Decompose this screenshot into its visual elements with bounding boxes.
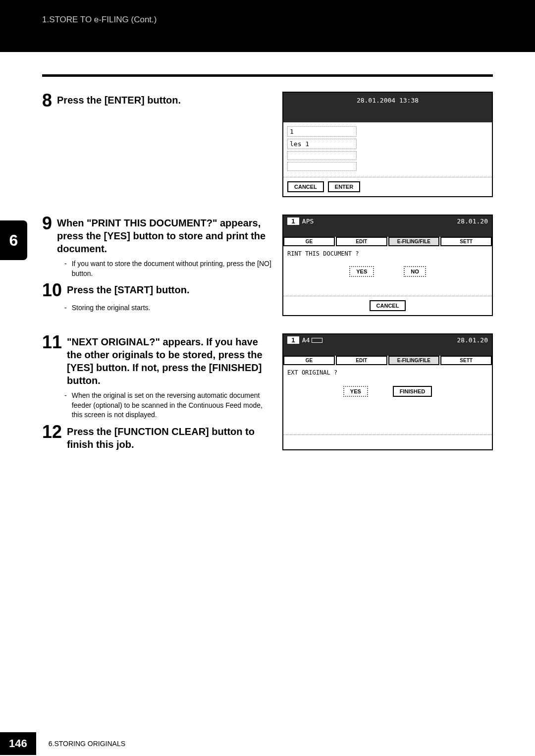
step-number: 11 <box>42 333 62 351</box>
tab-edit[interactable]: EDIT <box>336 237 387 246</box>
lcd-badge: 1 <box>287 217 299 225</box>
step-title: "NEXT ORIGINAL?" appears. If you have th… <box>67 333 272 387</box>
lcd-field: les 1 <box>287 139 357 149</box>
step-title: Press the [FUNCTION CLEAR] button to fin… <box>67 423 272 451</box>
step-title: Press the [ENTER] button. <box>57 92 181 107</box>
lcd-datetime: 28.01.2004 13:38 <box>357 97 419 104</box>
lcd-tabs: GE EDIT E-FILING/FILE SETT <box>283 237 492 246</box>
divider-rule <box>42 74 493 77</box>
lcd-header: 1 A4 28.01.20 <box>283 334 492 346</box>
lcd-field: 1 <box>287 126 357 137</box>
bullet-text: When the original is set on the reversin… <box>72 391 272 420</box>
step-title: Press the [START] button. <box>67 281 189 296</box>
bullet-text: Storing the original starts. <box>72 303 151 313</box>
screenshot-next-original: 1 A4 28.01.20 GE EDIT E-FILING/FILE SETT… <box>282 333 493 450</box>
footer-chapter: 6.STORING ORIGINALS <box>49 740 125 748</box>
header-bar: 1.STORE TO e-FILING (Cont.) <box>0 0 535 52</box>
bullet-dash: - <box>64 391 67 420</box>
step-11-12: 11 "NEXT ORIGINAL?" appears. If you have… <box>42 333 493 451</box>
yes-button[interactable]: YES <box>343 386 368 397</box>
tab-sett[interactable]: SETT <box>440 237 492 246</box>
bullet-dash: - <box>64 303 67 313</box>
step-bullet: - Storing the original starts. <box>64 303 272 313</box>
lcd-date: 28.01.20 <box>457 336 488 344</box>
cancel-button[interactable]: CANCEL <box>287 181 324 192</box>
step-bullet: - If you want to store the document with… <box>64 259 272 278</box>
breadcrumb: 1.STORE TO e-FILING (Cont.) <box>42 15 157 24</box>
tab-sett[interactable]: SETT <box>440 356 492 365</box>
bullet-dash: - <box>64 259 67 278</box>
step-bullet: - When the original is set on the revers… <box>64 391 272 420</box>
no-button[interactable]: NO <box>404 266 426 277</box>
finished-button[interactable]: FINISHED <box>393 386 432 397</box>
lcd-header: 28.01.2004 13:38 <box>283 93 492 122</box>
enter-button[interactable]: ENTER <box>328 181 360 192</box>
yes-button[interactable]: YES <box>349 266 374 277</box>
step-8: 8 Press the [ENTER] button. 28.01.2004 1… <box>42 92 493 197</box>
tab-ge[interactable]: GE <box>283 356 335 365</box>
step-number: 8 <box>42 92 52 109</box>
lcd-header: 1 APS 28.01.20 <box>283 216 492 227</box>
paper-icon <box>312 338 322 343</box>
tab-efiling[interactable]: E-FILING/FILE <box>388 356 440 365</box>
step-number: 12 <box>42 423 62 441</box>
lcd-field <box>287 151 357 160</box>
lcd-prompt: EXT ORIGINAL ? <box>287 369 488 376</box>
screenshot-enter: 28.01.2004 13:38 1 les 1 CANCEL ENTER <box>282 92 493 197</box>
content-area: 8 Press the [ENTER] button. 28.01.2004 1… <box>0 52 535 451</box>
step-number: 10 <box>42 281 62 299</box>
step-number: 9 <box>42 215 52 232</box>
bullet-text: If you want to store the document withou… <box>72 259 272 278</box>
page-footer: 146 6.STORING ORIGINALS <box>0 731 535 756</box>
lcd-date: 28.01.20 <box>457 217 488 225</box>
page-number: 146 <box>0 732 36 755</box>
tab-ge[interactable]: GE <box>283 237 335 246</box>
step-9-10: 9 When "PRINT THIS DOCUMENT?" appears, p… <box>42 215 493 316</box>
tab-efiling[interactable]: E-FILING/FILE <box>388 237 440 246</box>
cancel-button[interactable]: CANCEL <box>370 300 406 311</box>
lcd-prompt: RINT THIS DOCUMENT ? <box>287 250 488 257</box>
tab-edit[interactable]: EDIT <box>336 356 387 365</box>
lcd-mode: A4 <box>302 336 310 344</box>
lcd-mode: APS <box>302 217 314 225</box>
lcd-badge: 1 <box>287 336 299 344</box>
lcd-field <box>287 162 357 171</box>
lcd-tabs: GE EDIT E-FILING/FILE SETT <box>283 356 492 365</box>
screenshot-print-doc: 1 APS 28.01.20 GE EDIT E-FILING/FILE SET… <box>282 215 493 316</box>
step-title: When "PRINT THIS DOCUMENT?" appears, pre… <box>57 215 272 255</box>
